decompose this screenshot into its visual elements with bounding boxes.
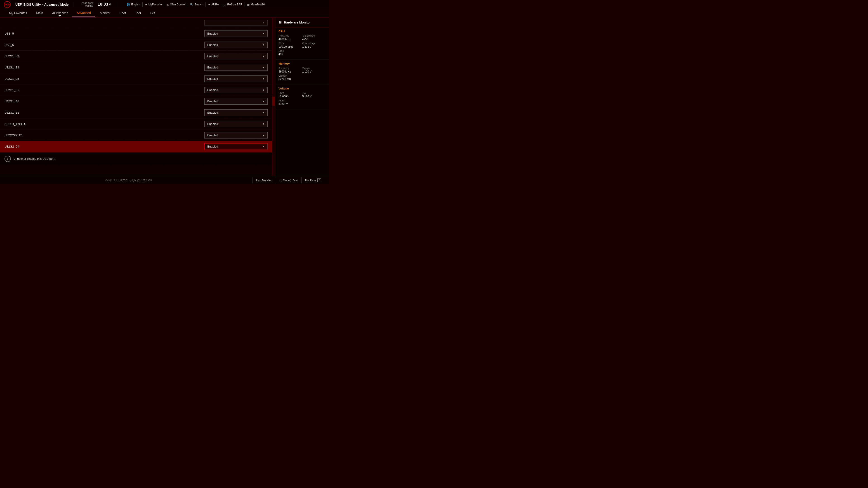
aura-label: AURA [211,3,219,6]
topbar-logo: ROG [4,1,11,8]
dropdown-usb5[interactable]: Enabled ▼ [204,30,268,37]
hw-mem-volt-value: 1.120 V [302,70,326,73]
hotkeys-icon: ? [317,178,321,182]
hw-item-mem-frequency: Frequency 4800 MHz [278,67,302,73]
search-label: Search [195,3,203,6]
hw-ratio-value: 49x [278,53,326,56]
scroll-thumb[interactable] [272,97,275,106]
main-wrapper: ROG UEFI BIOS Utility – Advanced Mode 08… [0,0,329,184]
dropdown-value-audio-typec: Enabled [207,122,218,126]
qfan-btn[interactable]: ◎ Qfan Control [164,2,188,7]
hw-corevolt-label: Core Voltage [302,42,326,45]
english-label: English [131,3,140,6]
dropdown-arrow-icon: ▼ [262,123,265,125]
setting-label-u32g1e4: U32G1_E4 [4,66,19,69]
scrollbar[interactable] [272,18,275,176]
hw-item-cpu-frequency: Frequency 4900 MHz [278,35,302,41]
hw-5v-label: +5V [302,92,326,94]
dropdown-placeholder[interactable]: ▼ [204,20,268,26]
settings-row-u32g1e6[interactable]: U32G1_E6 Enabled ▼ [0,85,272,96]
tab-advanced[interactable]: Advanced [72,9,95,17]
dropdown-u32g1e6[interactable]: Enabled ▼ [204,87,268,93]
settings-row-usb6[interactable]: USB_6 Enabled ▼ [0,39,272,51]
hw-row-12v-5v: +12V 12.000 V +5V 5.160 V [278,92,326,98]
search-btn[interactable]: 🔍 Search [188,2,206,7]
aura-btn[interactable]: ✦ AURA [206,2,221,7]
dropdown-value-usb6: Enabled [207,43,218,46]
setting-label-usb6: USB_6 [4,43,14,46]
ezmode-btn[interactable]: EzMode(F7)|➜ [276,177,301,183]
hw-section-voltage: Voltage +12V 12.000 V +5V 5.160 V +3.3V … [275,85,329,109]
last-modified-btn[interactable]: Last Modified [252,177,276,183]
content-area: ▼ USB_5 Enabled ▼ USB_6 Enabled ▼ [0,18,329,176]
dropdown-arrow-icon: ▼ [262,55,265,57]
settings-row-u32g2c4[interactable]: U32G2_C4 Enabled ▼ [0,141,272,152]
resizebar-label: ReSize BAR [227,3,242,6]
topbar: ROG UEFI BIOS Utility – Advanced Mode 08… [0,0,329,9]
hw-item-corevolt: Core Voltage 1.332 V [302,42,326,48]
tab-monitor[interactable]: Monitor [95,9,115,17]
tab-boot[interactable]: Boot [115,9,130,17]
dropdown-arrow-icon: ▼ [262,134,265,136]
dropdown-u32g1e4[interactable]: Enabled ▼ [204,64,268,71]
star-icon: ★ [145,3,147,6]
dropdown-u32g1e5[interactable]: Enabled ▼ [204,75,268,82]
setting-label-u32g2x2c1: U32G2X2_C1 [4,133,23,137]
tab-aitweaker[interactable]: Ai Tweaker [48,9,72,17]
settings-row-u32g1e1[interactable]: U32G1_E1 Enabled ▼ [0,96,272,107]
hw-item-mem-voltage: Voltage 1.120 V [302,67,326,73]
hardware-monitor-panel: 🖥 Hardware Monitor CPU Frequency 4900 MH… [275,18,329,176]
tab-favorites[interactable]: My Favorites [4,9,32,17]
bottom-bar-copyright: Version 2.21.1278 Copyright (C) 2022 AMI [4,179,252,182]
hw-bclk-label: BCLK [278,42,302,45]
settings-row-u32g2x2c1[interactable]: U32G2X2_C1 Enabled ▼ [0,130,272,141]
settings-row-audio-typec[interactable]: AUDIO_TYPE-C Enabled ▼ [0,119,272,130]
memtest-btn[interactable]: ▦ MemTest86 [245,2,267,7]
myfavorite-btn[interactable]: ★ MyFavorite [143,2,164,7]
hw-cpu-temp-label: Temperature [302,35,326,37]
hw-cpu-freq-value: 4900 MHz [278,38,302,41]
settings-row-top-placeholder[interactable]: ▼ [0,18,272,28]
hotkeys-btn[interactable]: Hot Keys ? [301,177,324,183]
dropdown-arrow-icon: ▼ [262,32,265,35]
english-btn[interactable]: 🌐 English [124,2,143,7]
dropdown-u32g2x2c1[interactable]: Enabled ▼ [204,132,268,138]
hw-row-mem-capacity: Capacity 32768 MB [278,74,326,80]
settings-row-u32g1e4[interactable]: U32G1_E4 Enabled ▼ [0,62,272,73]
dropdown-u32g1e3[interactable]: Enabled ▼ [204,53,268,59]
dropdown-u32g1e1[interactable]: Enabled ▼ [204,98,268,105]
search-icon: 🔍 [190,3,193,6]
tab-main[interactable]: Main [32,9,48,17]
hw-item-cpu-temperature: Temperature 47°C [302,35,326,41]
aura-icon: ✦ [208,3,210,6]
hw-mem-volt-label: Voltage [302,67,326,70]
dropdown-audio-typec[interactable]: Enabled ▼ [204,121,268,127]
dropdown-u32g1e2[interactable]: Enabled ▼ [204,109,268,116]
settings-row-u32g1e5[interactable]: U32G1_E5 Enabled ▼ [0,73,272,85]
settings-row-u32g1e2[interactable]: U32G1_E2 Enabled ▼ [0,107,272,119]
dropdown-value-u32g1e1: Enabled [207,100,218,103]
settings-row-usb5[interactable]: USB_5 Enabled ▼ [0,28,272,39]
hw-section-memory: Memory Frequency 4800 MHz Voltage 1.120 … [275,60,329,85]
dropdown-u32g2c4[interactable]: Enabled ▼ [204,143,268,150]
settings-row-u32g1e3[interactable]: U32G1_E3 Enabled ▼ [0,51,272,62]
globe-icon: 🌐 [127,3,130,6]
setting-label-u32g1e2: U32G1_E2 [4,111,19,114]
hw-monitor-header: 🖥 Hardware Monitor [275,18,329,27]
resizebar-btn[interactable]: ◫ ReSize BAR [221,2,245,7]
dropdown-value-usb5: Enabled [207,32,218,35]
topbar-menu: 🌐 English ★ MyFavorite ◎ Qfan Control 🔍 … [124,2,267,7]
gear-icon[interactable]: ⚙ [109,3,112,6]
dropdown-arrow-icon: ▼ [262,100,265,103]
dropdown-value-u32g1e3: Enabled [207,55,218,58]
tab-tool[interactable]: Tool [130,9,145,17]
settings-panel: ▼ USB_5 Enabled ▼ USB_6 Enabled ▼ [0,18,272,176]
topbar-day: Monday [85,4,93,7]
hw-cpu-freq-label: Frequency [278,35,302,37]
setting-label-u32g1e3: U32G1_E3 [4,55,19,58]
hw-5v-value: 5.160 V [302,95,326,98]
nav-tabs: My Favorites Main Ai Tweaker Advanced Mo… [0,9,329,18]
tab-exit[interactable]: Exit [145,9,160,17]
topbar-time-display: 10:03 ⚙ [98,2,112,7]
dropdown-usb6[interactable]: Enabled ▼ [204,41,268,48]
